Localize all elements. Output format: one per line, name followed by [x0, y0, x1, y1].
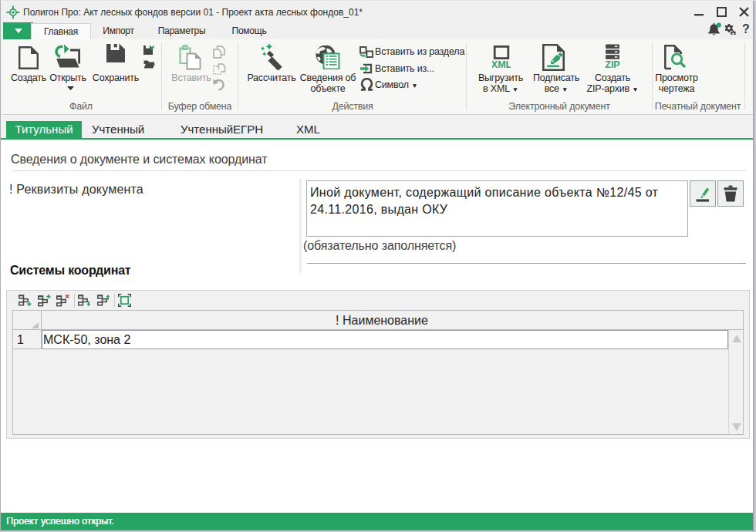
svg-text:XML: XML	[492, 59, 511, 70]
svg-text:ZIP: ZIP	[605, 59, 619, 69]
